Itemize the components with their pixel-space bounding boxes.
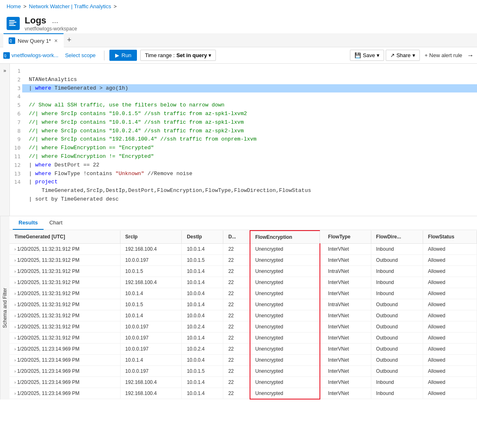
svg-text:Q: Q <box>9 39 12 43</box>
cell-flowencryption: Unencrypted <box>250 388 320 399</box>
row-expand-button[interactable]: › <box>14 303 16 307</box>
export-button[interactable]: → <box>467 52 474 59</box>
run-button[interactable]: ▶ Run <box>109 50 137 61</box>
save-label: Save <box>363 52 375 58</box>
cell-destport: 22 <box>223 299 250 310</box>
collapse-button[interactable]: » <box>0 64 10 216</box>
tab-close-button[interactable]: × <box>53 37 58 44</box>
table-row: › 1/20/2025, 11:32:31.912 PM10.0.0.19710… <box>9 321 477 332</box>
cell-flowencryption: Unencrypted <box>250 321 320 332</box>
col-header-flowencryption: FlowEncryption <box>250 231 320 244</box>
cell-flowtype: IntraVNet <box>323 266 371 277</box>
add-tab-button[interactable]: + <box>64 34 75 46</box>
svg-rect-1 <box>9 20 15 21</box>
cell-flowencryption: Unencrypted <box>250 299 320 310</box>
row-expand-button[interactable]: › <box>14 269 16 274</box>
row-expand-button[interactable]: › <box>14 369 16 374</box>
cell-srcip: 10.0.0.197 <box>120 365 182 376</box>
cell-flowtype: InterVNet <box>323 388 371 399</box>
row-expand-button[interactable]: › <box>14 291 16 296</box>
table-row: › 1/20/2025, 11:32:31.912 PM10.0.1.510.0… <box>9 266 477 277</box>
select-scope-button[interactable]: Select scope <box>62 51 99 60</box>
cell-spacer <box>320 288 323 299</box>
schema-and-filter-label[interactable]: Schema and Filter <box>0 216 9 400</box>
row-expand-button[interactable]: › <box>14 280 16 285</box>
cell-flowencryption: Unencrypted <box>250 365 320 376</box>
new-alert-rule-button[interactable]: + New alert rule <box>421 50 465 60</box>
cell-flowtype: InterVNet <box>323 321 371 332</box>
svg-rect-4 <box>9 25 16 26</box>
row-expand-button[interactable]: › <box>14 247 16 252</box>
row-expand-button[interactable]: › <box>14 347 16 351</box>
time-range-chevron: ▾ <box>208 52 211 58</box>
cell-destip: 10.0.0.4 <box>182 288 223 299</box>
cell-timegen: › 1/20/2025, 11:32:31.912 PM <box>9 277 120 288</box>
col-header-flowtype: FlowType <box>323 231 371 244</box>
row-expand-button[interactable]: › <box>14 391 16 396</box>
cell-timegen: › 1/20/2025, 11:32:31.912 PM <box>9 266 120 277</box>
cell-destport: 22 <box>223 376 250 388</box>
col-header-flowstatus: FlowStatus <box>423 231 477 244</box>
svg-rect-2 <box>9 22 16 23</box>
row-expand-button[interactable]: › <box>14 336 16 340</box>
ellipsis-button[interactable]: ... <box>50 16 61 26</box>
cell-flowstatus: Allowed <box>423 321 477 332</box>
cell-spacer <box>320 310 323 321</box>
editor-area: » 1234567891011121314 NTANetAnalytics | … <box>0 64 477 216</box>
logs-icon <box>7 17 20 30</box>
cell-flowencryption: Unencrypted <box>250 376 320 388</box>
tab-results[interactable]: Results <box>13 216 44 230</box>
cell-spacer <box>320 266 323 277</box>
row-expand-button[interactable]: › <box>14 258 16 263</box>
cell-flowdir: Outbound <box>371 332 423 343</box>
results-area: Schema and Filter Results Chart TimeGene… <box>0 216 477 400</box>
cell-flowstatus: Allowed <box>423 288 477 299</box>
cell-flowencryption: Unencrypted <box>250 332 320 343</box>
table-row: › 1/20/2025, 11:32:31.912 PM192.168.100.… <box>9 277 477 288</box>
cell-flowencryption: Unencrypted <box>250 243 320 254</box>
tab-chart[interactable]: Chart <box>44 216 68 230</box>
table-row: › 1/20/2025, 11:32:31.912 PM10.0.0.19710… <box>9 332 477 343</box>
new-query-tab[interactable]: Q New Query 1* × <box>3 33 64 47</box>
col-header-d: D... <box>223 231 250 244</box>
cell-flowdir: Outbound <box>371 321 423 332</box>
cell-flowtype: IntraVNet <box>323 299 371 310</box>
row-expand-button[interactable]: › <box>14 380 16 385</box>
row-expand-button[interactable]: › <box>14 314 16 318</box>
cell-spacer <box>320 365 323 376</box>
cell-destport: 22 <box>223 254 250 266</box>
cell-flowencryption: Unencrypted <box>250 288 320 299</box>
table-row: › 1/20/2025, 11:23:14.969 PM10.0.0.19710… <box>9 343 477 354</box>
cell-spacer <box>320 299 323 310</box>
cell-flowencryption: Unencrypted <box>250 354 320 365</box>
breadcrumb-sep-1: > <box>23 3 27 9</box>
cell-destport: 22 <box>223 343 250 354</box>
home-link[interactable]: Home <box>7 3 21 9</box>
cell-destip: 10.0.1.5 <box>182 254 223 266</box>
cell-flowstatus: Allowed <box>423 277 477 288</box>
result-tabs: Results Chart <box>9 216 477 230</box>
cell-destport: 22 <box>223 354 250 365</box>
svg-rect-3 <box>9 23 14 24</box>
cell-flowdir: Outbound <box>371 310 423 321</box>
toolbar: Q vnetflowlogs-work... Select scope ▶ Ru… <box>0 47 477 64</box>
cell-timegen: › 1/20/2025, 11:23:14.969 PM <box>9 376 120 388</box>
page-header: Logs ... vnetflowlogs-workspace <box>0 13 477 33</box>
share-button[interactable]: ↗ Share ▾ <box>386 50 420 61</box>
cell-destport: 22 <box>223 288 250 299</box>
time-range-button[interactable]: Time range : Set in query ▾ <box>140 50 216 61</box>
collapse-icon: » <box>3 68 6 74</box>
save-button[interactable]: 💾 Save ▾ <box>350 50 384 61</box>
code-editor[interactable]: NTANetAnalytics | where TimeGenerated > … <box>22 64 477 216</box>
cell-destip: 10.0.1.4 <box>182 243 223 254</box>
save-icon: 💾 <box>354 52 361 58</box>
cell-spacer <box>320 354 323 365</box>
cell-flowdir: Inbound <box>371 266 423 277</box>
row-expand-button[interactable]: › <box>14 325 16 329</box>
cell-srcip: 192.168.100.4 <box>120 388 182 399</box>
cell-srcip: 192.168.100.4 <box>120 277 182 288</box>
network-watcher-link[interactable]: Network Watcher | Traffic Analytics <box>29 3 111 9</box>
run-icon: ▶ <box>115 52 119 58</box>
row-expand-button[interactable]: › <box>14 358 16 363</box>
cell-destport: 22 <box>223 266 250 277</box>
